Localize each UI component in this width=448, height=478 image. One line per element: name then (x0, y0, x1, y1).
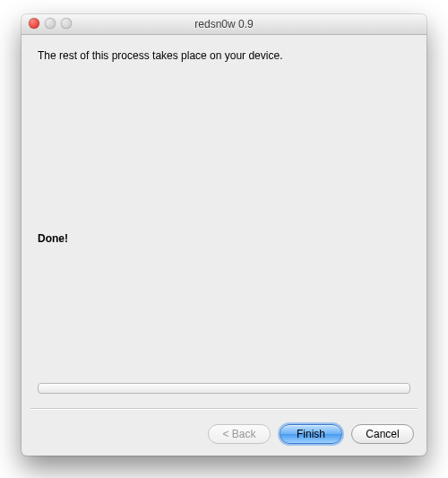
progress-container (38, 383, 410, 394)
back-button: < Back (208, 424, 271, 444)
app-window: redsn0w 0.9 The rest of this process tak… (22, 14, 426, 456)
footer-buttons: < Back Finish Cancel (208, 424, 414, 444)
titlebar[interactable]: redsn0w 0.9 (22, 14, 426, 35)
progress-bar (38, 383, 410, 394)
close-icon[interactable] (29, 18, 39, 29)
finish-button[interactable]: Finish (280, 424, 342, 444)
zoom-icon (61, 18, 72, 29)
cancel-button[interactable]: Cancel (351, 424, 414, 444)
minimize-icon (45, 18, 56, 29)
status-text: Done! (38, 232, 68, 245)
instruction-text: The rest of this process takes place on … (38, 49, 410, 62)
window-title: redsn0w 0.9 (22, 14, 426, 34)
content-area: The rest of this process takes place on … (22, 35, 426, 456)
window-controls (29, 18, 72, 29)
separator (30, 408, 418, 410)
